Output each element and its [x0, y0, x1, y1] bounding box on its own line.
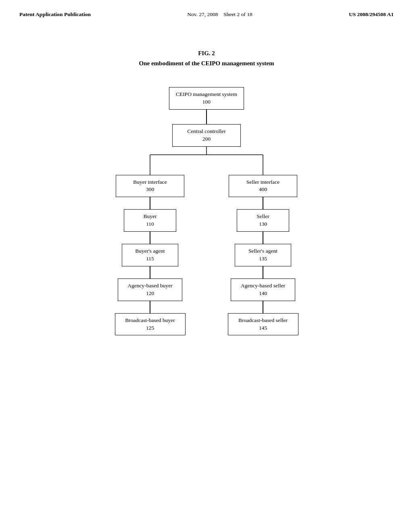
figure-section: FIG. 2 One embodiment of the CEIPO manag… — [0, 50, 413, 335]
node-ceipo: CEIPO management system 100 — [169, 87, 244, 110]
connector-root-central — [206, 110, 207, 124]
node-central: Central controller 200 — [172, 124, 241, 147]
node-agency-buyer: Agency-based buyer 120 — [118, 278, 182, 301]
node-buyer-interface: Buyer interface 300 — [116, 175, 184, 197]
agents-row: Buyer's agent 115 Seller's agent 135 — [94, 244, 319, 266]
agency-row: Agency-based buyer 120 Agency-based sell… — [94, 278, 319, 301]
lines-buyer-seller — [94, 232, 319, 244]
broadcast-row: Broadcast-based buyer 125 Broadcast-base… — [94, 313, 319, 336]
node-buyers-agent: Buyer's agent 115 — [122, 244, 178, 266]
diagram: CEIPO management system 100 Central cont… — [0, 87, 413, 335]
figure-title: FIG. 2 — [0, 50, 413, 57]
buyer-seller-row: Buyer 110 Seller 130 — [94, 209, 319, 232]
node-agency-seller: Agency-based seller 140 — [231, 278, 295, 301]
lines-agents — [94, 266, 319, 278]
node-sellers-agent: Seller's agent 135 — [235, 244, 291, 266]
figure-subtitle: One embodiment of the CEIPO management s… — [0, 60, 413, 67]
branch-svg-central — [94, 147, 319, 175]
header-right: US 2008/294508 A1 — [349, 11, 394, 18]
header-center: Nov. 27, 2008 Sheet 2 of 18 — [187, 11, 252, 18]
node-buyer: Buyer 110 — [124, 209, 176, 232]
node-seller-interface: Seller interface 400 — [229, 175, 297, 197]
node-broadcast-buyer: Broadcast-based buyer 125 — [115, 313, 186, 336]
lines-agency — [94, 301, 319, 313]
header-left: Patent Application Publication — [19, 11, 91, 18]
page-header: Patent Application Publication Nov. 27, … — [0, 0, 413, 18]
lines-from-interfaces — [94, 197, 319, 209]
node-broadcast-seller: Broadcast-based seller 145 — [228, 313, 298, 336]
interface-row: Buyer interface 300 Seller interface 400 — [94, 175, 319, 197]
node-seller: Seller 130 — [237, 209, 289, 232]
